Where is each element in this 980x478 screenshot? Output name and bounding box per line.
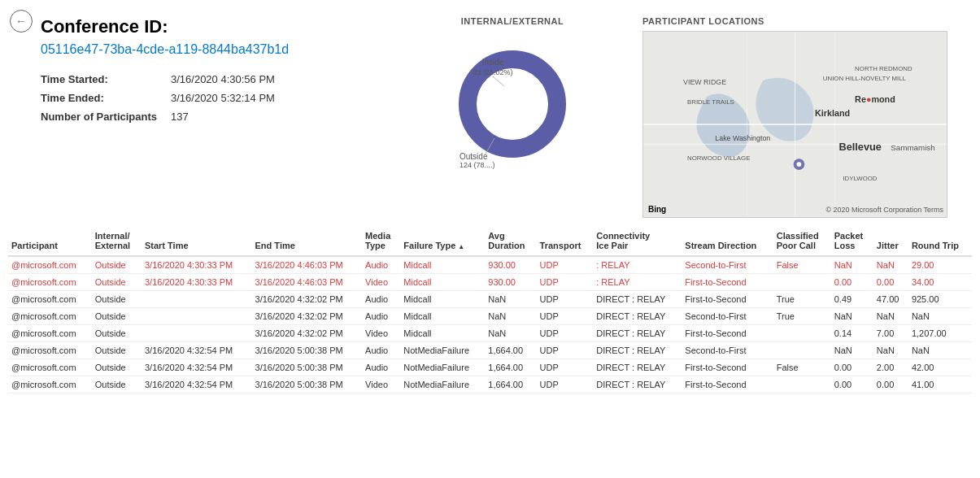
data-table: Participant Internal/External Start Time… [8,226,972,393]
table-cell: 0.00 [873,376,908,393]
table-cell: NaN [831,256,873,274]
table-cell: 3/16/2020 5:00:38 PM [252,376,363,393]
col-failure-type[interactable]: Failure Type ▲ [400,226,485,256]
table-cell: NaN [908,308,972,325]
table-row: @microsoft.comOutside3/16/2020 4:30:33 P… [8,274,972,291]
table-cell: @microsoft.com [8,274,92,291]
time-started-value: 3/16/2020 4:30:56 PM [171,73,382,85]
table-cell: Audio [362,291,400,308]
table-cell: Second-to-First [682,308,773,325]
table-cell: Midcall [400,274,485,291]
table-cell: 7.00 [873,325,908,342]
table-cell: 3/16/2020 4:32:02 PM [252,308,363,325]
col-avg-duration[interactable]: AvgDuration [485,226,536,256]
map-placeholder: Kirkland Re●mond Bellevue Sammamish VIEW… [642,31,947,218]
table-cell: @microsoft.com [8,325,92,342]
table-cell: NotMediaFailure [400,342,485,359]
table-cell: False [773,256,831,274]
table-cell: 2.00 [873,359,908,376]
table-cell: @microsoft.com [8,359,92,376]
table-cell: 1,664.00 [485,342,536,359]
table-row: @microsoft.comOutside3/16/2020 4:32:02 P… [8,325,972,342]
svg-text:NORTH REDMOND: NORTH REDMOND [855,65,912,72]
table-cell: First-to-Second [682,274,773,291]
table-row: @microsoft.comOutside3/16/2020 4:30:33 P… [8,256,972,274]
table-row: @microsoft.comOutside3/16/2020 4:32:54 P… [8,359,972,376]
table-cell: 3/16/2020 4:32:54 PM [142,376,252,393]
table-cell: UDP [537,359,594,376]
table-cell: UDP [537,376,594,393]
table-cell: DIRECT : RELAY [593,291,682,308]
table-cell [773,325,831,342]
table-cell: 0.00 [831,359,873,376]
table-row: @microsoft.comOutside3/16/2020 4:32:54 P… [8,342,972,359]
table-cell: Video [362,376,400,393]
table-cell [142,325,252,342]
col-media-type[interactable]: MediaType [362,226,400,256]
table-cell: False [773,359,831,376]
back-button[interactable]: ← [10,10,33,33]
table-cell: Second-to-First [682,342,773,359]
donut-chart-svg: Inside 33 (21.02%) Outside 124 (78....) [447,31,577,169]
table-cell: 3/16/2020 4:46:03 PM [252,274,363,291]
svg-text:Lake Washington: Lake Washington [715,134,770,142]
table-cell: Audio [362,359,400,376]
table-cell: 0.49 [831,291,873,308]
table-cell: NaN [831,308,873,325]
table-cell: 1,664.00 [485,359,536,376]
col-classified-poor[interactable]: ClassifiedPoor Call [773,226,831,256]
svg-text:Sammamish: Sammamish [891,143,934,152]
col-internal-external[interactable]: Internal/External [92,226,142,256]
col-transport[interactable]: Transport [537,226,594,256]
col-jitter[interactable]: Jitter [873,226,908,256]
bing-badge: Bing [648,205,666,214]
time-started-label: Time Started: [41,73,171,85]
col-ice-pair[interactable]: ConnectivityIce Pair [593,226,682,256]
table-cell: NaN [873,308,908,325]
col-round-trip[interactable]: Round Trip [908,226,972,256]
table-cell: Second-to-First [682,256,773,274]
table-cell: UDP [537,274,594,291]
table-cell: 47.00 [873,291,908,308]
svg-text:VIEW RIDGE: VIEW RIDGE [683,78,726,86]
table-cell: Video [362,325,400,342]
table-cell [773,274,831,291]
col-stream-direction[interactable]: Stream Direction [682,226,773,256]
table-cell: DIRECT : RELAY [593,376,682,393]
table-cell: NaN [485,308,536,325]
col-start-time[interactable]: Start Time [142,226,252,256]
conference-id-value: 05116e47-73ba-4cde-a119-8844ba437b1d [41,42,382,57]
table-body: @microsoft.comOutside3/16/2020 4:30:33 P… [8,256,972,393]
table-cell: NaN [873,256,908,274]
time-ended-label: Time Ended: [41,92,171,104]
table-cell: 3/16/2020 4:32:02 PM [252,291,363,308]
table-cell: Video [362,274,400,291]
table-cell: UDP [537,325,594,342]
svg-text:NORWOOD VILLAGE: NORWOOD VILLAGE [687,154,750,162]
participants-value: 137 [171,111,382,123]
svg-text:IDYLWOOD: IDYLWOOD [843,175,877,182]
donut-chart-section: INTERNAL/EXTERNAL Inside 33 (21.02%) Out… [382,16,642,218]
table-cell: DIRECT : RELAY [593,359,682,376]
col-participant[interactable]: Participant [8,226,92,256]
table-cell: First-to-Second [682,291,773,308]
table-cell: DIRECT : RELAY [593,342,682,359]
table-cell: NaN [908,342,972,359]
table-cell: NaN [485,291,536,308]
table-cell: UDP [537,342,594,359]
table-cell: 3/16/2020 4:46:03 PM [252,256,363,274]
table-cell [142,308,252,325]
table-cell: 1,664.00 [485,376,536,393]
table-cell: Audio [362,342,400,359]
table-cell: 41.00 [908,376,972,393]
table-cell: Outside [92,291,142,308]
table-cell: : RELAY [593,274,682,291]
col-packet-loss[interactable]: PacketLoss [831,226,873,256]
col-end-time[interactable]: End Time [252,226,363,256]
table-cell: 3/16/2020 4:30:33 PM [142,274,252,291]
svg-text:BRIDLE TRAILS: BRIDLE TRAILS [687,98,734,106]
svg-text:UNION HILL-NOVELTY MILL: UNION HILL-NOVELTY MILL [823,75,907,82]
table-cell: True [773,308,831,325]
table-cell: 0.14 [831,325,873,342]
table-cell: @microsoft.com [8,342,92,359]
